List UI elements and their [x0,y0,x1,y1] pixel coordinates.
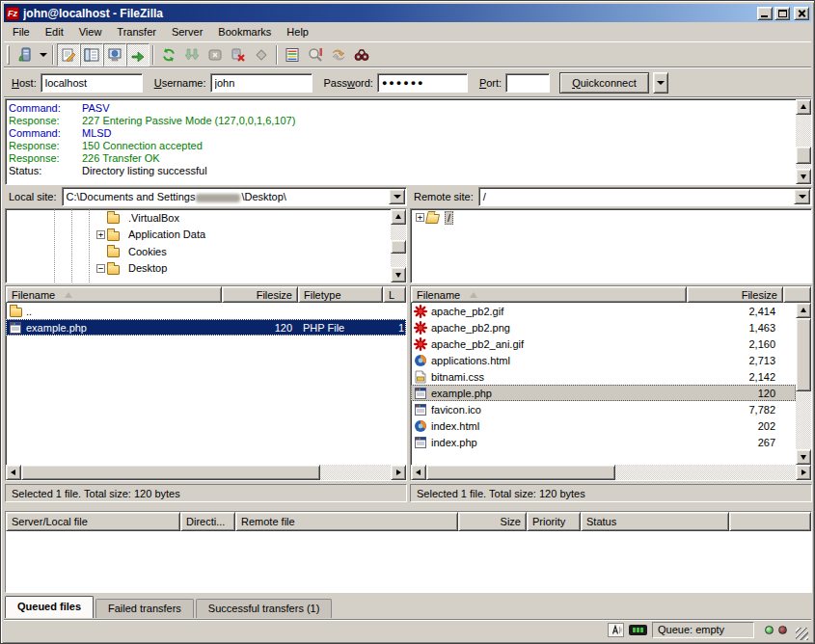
queue-column-size[interactable]: Size [458,512,527,531]
synchronized-browsing-button[interactable] [327,43,350,67]
local-tree-scrollbar[interactable] [391,209,406,282]
tab-failed-transfers[interactable]: Failed transfers [95,599,194,618]
menu-bookmarks[interactable]: Bookmarks [210,23,279,40]
toggle-remote-tree-button[interactable] [103,43,126,67]
combo-dropdown-button[interactable] [389,189,405,204]
resize-grip[interactable] [796,628,808,640]
log-scrollbar[interactable] [796,99,811,184]
scroll-down-button[interactable] [796,449,811,465]
column-header-filename[interactable]: Filename [6,286,222,303]
scroll-up-button[interactable] [391,209,406,225]
tree-item-application-data[interactable]: + Application Data [6,227,406,244]
disconnect-button[interactable] [227,43,250,67]
maximize-button[interactable] [774,7,790,20]
icon-file-icon [413,403,428,416]
port-input[interactable] [505,73,550,93]
arrow-left-icon [8,470,15,475]
queue-column-server-local[interactable]: Server/Local file [6,512,180,531]
quickconnect-button[interactable]: Quickconnect [559,72,649,94]
scroll-right-button[interactable] [391,465,406,480]
file-row[interactable]: bitnami.css 2,142 [411,368,796,385]
directory-filters-button[interactable] [281,43,304,67]
file-row-selected[interactable]: example.php 120 [411,385,796,401]
tree-item-desktop[interactable]: − Desktop [6,260,406,278]
quickconnect-dropdown-button[interactable] [653,72,668,94]
remote-path-combobox[interactable]: / [478,187,812,206]
transfer-type-indicator[interactable] [608,623,624,637]
file-row[interactable]: index.php 267 [411,434,796,450]
scroll-left-button[interactable] [411,465,426,480]
file-row[interactable]: applications.html 2,713 [411,352,796,368]
file-row[interactable]: index.html 202 [411,417,796,434]
scroll-right-button[interactable] [796,465,811,480]
queue-column-direction[interactable]: Directi... [180,512,235,531]
find-files-button[interactable] [350,43,373,67]
folder-icon [105,261,121,275]
tree-item-virtualbox[interactable]: .VirtualBox [6,209,406,227]
password-input[interactable] [377,73,468,93]
menu-file[interactable]: File [5,23,38,40]
site-manager-dropdown-button[interactable] [37,43,49,67]
chevron-down-icon [394,195,401,202]
menu-view[interactable]: View [71,23,110,40]
scroll-down-button[interactable] [796,169,811,184]
scrollbar-thumb[interactable] [391,240,406,254]
scrollbar-thumb[interactable] [426,465,615,480]
toggle-local-tree-button[interactable] [80,43,103,67]
expand-icon[interactable]: + [416,213,424,222]
file-row-example-php[interactable]: example.php 120 PHP File 1 [6,319,406,335]
process-queue-button[interactable] [180,43,204,67]
file-row[interactable]: favicon.ico 7,782 [411,401,796,417]
menu-server[interactable]: Server [164,23,210,40]
directory-comparison-button[interactable] [304,43,327,67]
file-row[interactable]: apache_pb2.png 1,463 [411,319,796,335]
minimize-button[interactable] [757,7,773,20]
local-path-combobox[interactable]: C:\Documents and Settings\Desktop\ [62,187,407,206]
queue-column-priority[interactable]: Priority [527,512,581,531]
scrollbar-thumb[interactable] [796,318,811,391]
scroll-up-button[interactable] [796,303,811,318]
toolbar-grip[interactable] [7,45,10,65]
host-input[interactable] [41,73,143,93]
combo-dropdown-button[interactable] [794,189,810,204]
menu-transfer[interactable]: Transfer [109,23,164,40]
tree-item-cookies[interactable]: Cookies [6,243,406,260]
scrollbar-thumb[interactable] [796,147,811,164]
remote-hscrollbar[interactable] [411,465,811,480]
scroll-up-button[interactable] [796,99,811,115]
speedlimit-indicator-icon[interactable] [629,625,647,635]
toggle-message-log-button[interactable] [57,43,80,67]
tree-item-root[interactable]: + / [411,209,811,227]
arrow-right-icon [801,470,809,475]
column-header-filename[interactable]: Filename [411,286,687,303]
column-header-filesize[interactable]: Filesize [222,286,298,303]
file-row[interactable]: apache_pb2.gif 2,414 [411,303,796,319]
column-header-filesize[interactable]: Filesize [687,286,783,303]
file-row-updir[interactable]: .. [6,303,406,319]
queue-column-remote-file[interactable]: Remote file [235,512,458,531]
close-button[interactable] [794,7,809,20]
arrow-up-icon [801,305,806,312]
column-header-lastmodified[interactable]: L [383,286,406,303]
refresh-button[interactable] [157,43,180,67]
remote-vscrollbar[interactable] [796,303,811,465]
file-row[interactable]: apache_pb2_ani.gif 2,160 [411,335,796,352]
collapse-icon[interactable]: − [96,264,105,273]
local-hscrollbar[interactable] [6,465,406,480]
tab-successful-transfers[interactable]: Successful transfers (1) [196,599,333,618]
column-header-filetype[interactable]: Filetype [298,286,383,303]
menu-help[interactable]: Help [279,23,316,40]
reconnect-button[interactable] [250,43,273,67]
scrollbar-thumb[interactable] [21,465,320,480]
site-manager-button[interactable] [14,43,37,67]
menu-edit[interactable]: Edit [38,23,71,40]
cancel-button[interactable] [204,43,227,67]
scroll-down-button[interactable] [391,267,406,282]
php-file-icon [413,387,428,400]
expand-icon[interactable]: + [96,230,105,239]
toggle-queue-button[interactable] [126,43,149,67]
queue-column-status[interactable]: Status [581,512,729,531]
username-input[interactable] [210,73,312,93]
scroll-left-button[interactable] [6,465,21,480]
tab-queued-files[interactable]: Queued files [5,596,94,618]
